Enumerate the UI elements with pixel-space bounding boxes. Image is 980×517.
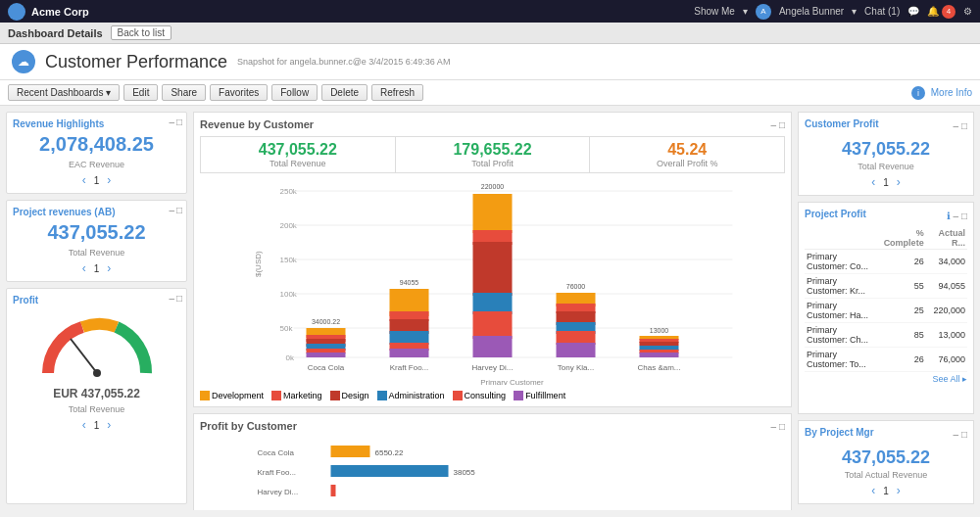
user-name[interactable]: Angela Bunner	[779, 6, 844, 17]
svg-text:Harvey Di...: Harvey Di...	[258, 488, 299, 496]
notifications-icon[interactable]: 💬	[907, 6, 919, 17]
expand-icon[interactable]: □	[176, 293, 182, 304]
widget-controls: – □	[771, 119, 785, 130]
middle-column: Revenue by Customer – □ 437,055.22 Total…	[193, 112, 792, 504]
refresh-button[interactable]: Refresh	[371, 84, 423, 101]
alerts-icon[interactable]: 🔔 4	[927, 5, 956, 19]
widget-controls: ℹ – □	[947, 211, 967, 221]
widget-controls: – □	[954, 429, 967, 440]
customer-profit-title: Customer Profit	[805, 118, 879, 129]
expand-icon[interactable]: □	[176, 117, 182, 127]
edit-button[interactable]: Edit	[123, 84, 158, 101]
expand-icon[interactable]: □	[961, 120, 967, 131]
customer-name: Primary Customer: Kr...	[805, 274, 876, 299]
prev-arrow[interactable]: ‹	[82, 261, 86, 275]
minimize-icon[interactable]: –	[954, 429, 959, 440]
legend-design: Design	[330, 391, 369, 400]
svg-text:Coca Cola: Coca Cola	[258, 448, 295, 457]
settings-icon[interactable]: ⚙	[963, 6, 972, 17]
customer-profit-widget: Customer Profit – □ 437,055.22 Total Rev…	[798, 112, 974, 196]
prev-arrow[interactable]: ‹	[871, 175, 875, 189]
next-arrow[interactable]: ›	[107, 418, 111, 432]
minimize-icon[interactable]: –	[169, 117, 174, 127]
metric-boxes: 437,055.22 Total Revenue 179,655.22 Tota…	[200, 136, 785, 173]
legend-dot-marketing	[271, 391, 281, 400]
actual-revenue: 13,000	[926, 323, 967, 348]
next-arrow[interactable]: ›	[897, 175, 901, 189]
revenue-highlights-value: 2,078,408.25	[13, 133, 180, 156]
back-to-list-button[interactable]: Back to list	[111, 25, 172, 40]
total-profit-value: 179,655.22	[400, 141, 586, 159]
share-button[interactable]: Share	[162, 84, 206, 101]
bar-chart: 250k 200k 150k 100k 50k 0k $(USD)	[200, 179, 785, 387]
pct-complete: 26	[876, 348, 925, 372]
overall-profit-value: 45.24	[594, 141, 780, 159]
minimize-icon[interactable]: –	[954, 120, 959, 131]
expand-icon[interactable]: □	[961, 429, 967, 440]
table-row: Primary Customer: Ch... 85 13,000	[805, 323, 967, 348]
show-me-btn[interactable]: Show Me	[694, 6, 735, 17]
legend-dot-fulfillment	[514, 391, 523, 400]
next-arrow[interactable]: ›	[107, 261, 111, 275]
svg-rect-57	[331, 446, 370, 457]
profit-value: EUR 437,055.22	[13, 387, 180, 400]
expand-icon[interactable]: □	[176, 205, 182, 215]
svg-text:6550.22: 6550.22	[375, 448, 404, 457]
svg-text:34000.22: 34000.22	[312, 318, 340, 325]
svg-text:76000: 76000	[566, 283, 586, 290]
next-arrow[interactable]: ›	[897, 484, 901, 497]
svg-rect-45	[557, 343, 596, 357]
svg-text:Harvey Di...: Harvey Di...	[472, 363, 514, 372]
svg-rect-63	[331, 485, 336, 496]
prev-arrow[interactable]: ‹	[871, 484, 875, 497]
col-pct: % Complete	[876, 227, 925, 250]
revenue-bar-chart-svg: 250k 200k 150k 100k 50k 0k $(USD)	[200, 179, 785, 385]
minimize-icon[interactable]: –	[771, 421, 777, 432]
chat-btn[interactable]: Chat (1)	[864, 6, 900, 17]
revenue-highlights-title: Revenue Highlights	[13, 118, 180, 129]
total-revenue-box: 437,055.22 Total Revenue	[201, 137, 396, 172]
follow-button[interactable]: Follow	[271, 84, 318, 101]
minimize-icon[interactable]: –	[169, 205, 174, 215]
minimize-icon[interactable]: –	[169, 293, 174, 304]
table-row: Primary Customer: Ha... 25 220,000	[805, 299, 967, 323]
profit-by-customer-widget: Profit by Customer – □ Coca Cola 6550.22…	[193, 413, 792, 510]
prev-arrow[interactable]: ‹	[82, 173, 86, 187]
favorites-button[interactable]: Favorites	[210, 84, 268, 101]
svg-rect-36	[473, 311, 513, 339]
svg-rect-29	[390, 349, 429, 357]
recent-dashboards-button[interactable]: Recent Dashboards	[8, 84, 120, 101]
profit-by-customer-title: Profit by Customer	[200, 420, 297, 432]
expand-icon[interactable]: □	[961, 211, 967, 221]
project-revenues-controls: – □	[169, 205, 182, 215]
company-name: Acme Corp	[31, 6, 694, 18]
cloud-icon: ☁	[18, 55, 29, 69]
table-row: Primary Customer: To... 26 76,000	[805, 348, 967, 372]
more-info-btn[interactable]: i More Info	[911, 86, 972, 100]
next-arrow[interactable]: ›	[107, 173, 111, 187]
overall-profit-label: Overall Profit %	[594, 159, 780, 168]
project-revenues-nav: ‹ 1 ›	[13, 261, 180, 275]
svg-text:$(USD): $(USD)	[254, 251, 263, 277]
profit-label: Total Revenue	[13, 404, 180, 414]
minimize-icon[interactable]: –	[771, 119, 777, 130]
by-project-mgr-title: By Project Mgr	[805, 427, 874, 438]
col-name	[805, 227, 876, 250]
pct-complete: 55	[876, 274, 925, 299]
expand-icon[interactable]: □	[779, 421, 785, 432]
see-all-link[interactable]: See All ▸	[805, 374, 967, 384]
info-icon: ℹ	[947, 211, 951, 221]
subheader-title: Dashboard Details	[8, 27, 103, 39]
delete-button[interactable]: Delete	[321, 84, 368, 101]
total-profit-box: 179,655.22 Total Profit	[396, 137, 591, 172]
svg-text:Chas &am...: Chas &am...	[637, 363, 680, 372]
user-avatar: A	[756, 4, 771, 20]
svg-rect-37	[473, 336, 513, 357]
customer-name: Primary Customer: Ha...	[805, 299, 876, 323]
svg-text:Coca Cola: Coca Cola	[308, 363, 345, 372]
minimize-icon[interactable]: –	[954, 211, 959, 221]
prev-arrow[interactable]: ‹	[82, 418, 86, 432]
expand-icon[interactable]: □	[779, 119, 785, 130]
profit-controls: – □	[169, 293, 182, 304]
table-row: Primary Customer: Kr... 55 94,055	[805, 274, 967, 299]
